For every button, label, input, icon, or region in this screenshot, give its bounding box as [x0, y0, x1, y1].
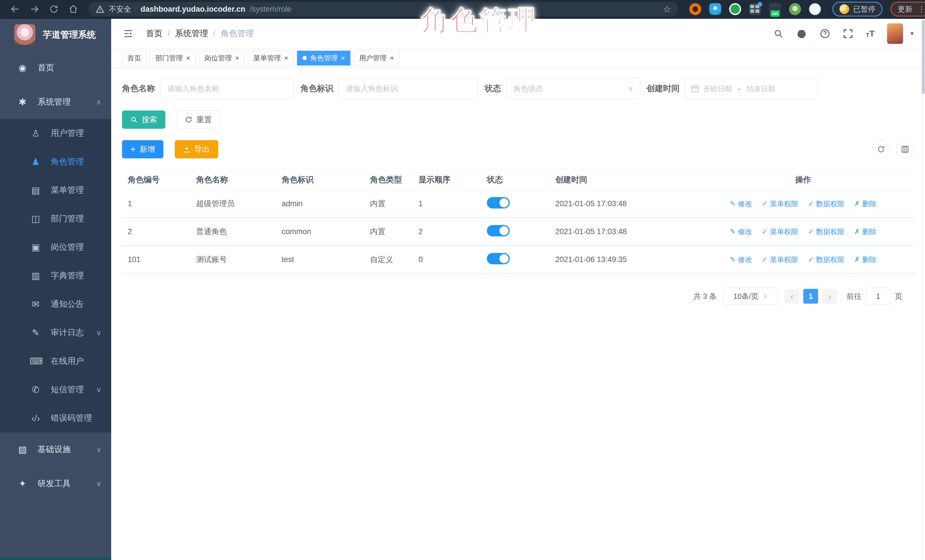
sidebar-item-14[interactable]: ✦ 研发工具: [0, 467, 111, 501]
tag-0[interactable]: 首页 ×: [122, 51, 146, 66]
goto-page-input[interactable]: [866, 288, 890, 305]
close-icon[interactable]: ×: [284, 55, 288, 62]
tag-2[interactable]: 岗位管理 ×: [199, 51, 244, 66]
caret-down-icon[interactable]: ▾: [910, 30, 914, 37]
reset-button[interactable]: 重置: [177, 111, 220, 129]
browser-forward-icon[interactable]: [26, 2, 43, 16]
profile-paused-chip[interactable]: 已暂停: [832, 2, 883, 17]
sidebar-item-11[interactable]: ✆ 短信管理: [0, 375, 111, 404]
current-page-button[interactable]: 1: [803, 289, 818, 304]
edit-link[interactable]: ✎ 修改: [730, 255, 752, 264]
refresh-table-button[interactable]: [872, 140, 890, 158]
page-size-select[interactable]: 10条/页 ∨: [723, 288, 777, 305]
sidebar-item-9[interactable]: ✎ 审计日志: [0, 318, 111, 347]
status-toggle[interactable]: [487, 225, 510, 236]
goto-page: 前往 页: [847, 288, 902, 305]
browser-update-button[interactable]: 更新 ⋮: [890, 2, 925, 17]
address-bar[interactable]: 不安全 dashboard.yudao.iocoder.cn /system/r…: [88, 2, 678, 16]
breadcrumb-system[interactable]: 系统管理: [175, 28, 208, 39]
browser-home-icon[interactable]: [65, 2, 81, 16]
app-logo[interactable]: 芋道管理系统: [0, 19, 111, 51]
browser-menu-dots-icon[interactable]: ⋮: [917, 5, 925, 14]
edit-icon: ✎: [730, 228, 735, 236]
extensions-puzzle-icon[interactable]: [809, 3, 821, 15]
cell-actions: ✎ 修改 ✓ 菜单权限 ✓ 数据权限: [692, 255, 914, 264]
announcement-icon: ✉: [30, 299, 42, 309]
col-role-name: 角色名称: [190, 174, 276, 185]
extension-icon-monkey[interactable]: [789, 3, 801, 15]
delete-link[interactable]: ✗ 删除: [854, 227, 877, 236]
sidebar-item-4[interactable]: ▤ 菜单管理: [0, 176, 111, 204]
extension-icon-orange-target[interactable]: [689, 3, 701, 15]
gear-icon: ✱: [17, 96, 29, 107]
menu-permission-link[interactable]: ✓ 菜单权限: [762, 255, 798, 264]
table-row-0: 1 超级管理员 admin 内置 1 2021-01-05 17:03:48 ✎: [122, 190, 914, 218]
edit-link[interactable]: ✎ 修改: [730, 199, 752, 209]
sidebar-item-13[interactable]: ▧ 基础设施: [0, 432, 111, 467]
cell-role-name: 测试账号: [190, 254, 276, 264]
tag-1[interactable]: 部门管理 ×: [150, 51, 196, 66]
github-icon[interactable]: [796, 28, 807, 39]
divider: [136, 5, 136, 13]
sidebar-item-0[interactable]: ◉ 首页: [0, 51, 111, 85]
extension-icon-grid-badge[interactable]: [749, 3, 761, 15]
cell-created: 2021-01-06 13:49:35: [550, 255, 692, 264]
sidebar-item-2[interactable]: ♙ 用户管理: [0, 119, 111, 147]
sidebar-item-3[interactable]: ♟ 角色管理: [0, 147, 111, 176]
role-key-input[interactable]: [339, 78, 478, 99]
close-icon[interactable]: ×: [341, 55, 345, 62]
help-icon[interactable]: [820, 28, 830, 39]
tag-4[interactable]: 角色管理 ×: [297, 51, 350, 66]
edit-link[interactable]: ✎ 修改: [730, 227, 752, 236]
data-permission-link[interactable]: ✓ 数据权限: [808, 227, 845, 236]
bookmark-star-icon[interactable]: ☆: [663, 4, 671, 15]
sidebar-item-12[interactable]: ‹/› 错误码管理: [0, 404, 111, 432]
font-size-icon[interactable]: TT: [866, 29, 875, 39]
column-settings-button[interactable]: [896, 140, 914, 158]
sidebar-item-7[interactable]: ▥ 字典管理: [0, 261, 111, 290]
breadcrumb-current: 角色管理: [221, 28, 254, 39]
close-icon[interactable]: ×: [186, 55, 190, 62]
sidebar-item-label: 审计日志: [51, 327, 84, 338]
sidebar-item-6[interactable]: ▣ 岗位管理: [0, 233, 111, 261]
user-avatar[interactable]: [887, 23, 903, 44]
menu-permission-link[interactable]: ✓ 菜单权限: [762, 227, 798, 236]
browser-reload-icon[interactable]: [45, 2, 62, 16]
extension-icon-green-shield[interactable]: [729, 3, 741, 15]
chevron-down-icon: ∨: [628, 85, 633, 93]
extension-icon-proxy[interactable]: on: [769, 3, 781, 15]
role-name-input[interactable]: [160, 78, 294, 99]
tag-5[interactable]: 用户管理 ×: [354, 51, 399, 66]
date-range-picker[interactable]: 开始日期 - 结束日期: [685, 78, 817, 99]
scrollbar-thumb[interactable]: [922, 20, 925, 94]
data-permission-link[interactable]: ✓ 数据权限: [808, 199, 845, 209]
data-permission-link[interactable]: ✓ 数据权限: [808, 255, 845, 264]
status-toggle[interactable]: [487, 253, 510, 264]
close-icon[interactable]: ×: [390, 55, 394, 62]
hamburger-icon[interactable]: [123, 29, 134, 39]
add-button[interactable]: + 新增: [122, 140, 163, 158]
status-toggle[interactable]: [487, 197, 510, 209]
status-select[interactable]: 角色状态 ∨: [506, 78, 640, 99]
page-unit-label: 页: [895, 291, 902, 301]
fullscreen-icon[interactable]: [843, 29, 853, 39]
cell-sort: 2: [413, 227, 481, 236]
scrollbar[interactable]: [921, 19, 925, 560]
delete-link[interactable]: ✗ 删除: [854, 255, 877, 264]
close-icon[interactable]: ×: [235, 55, 239, 62]
search-button[interactable]: 搜索: [122, 111, 165, 129]
breadcrumb-home[interactable]: 首页: [146, 28, 163, 39]
search-icon[interactable]: [773, 29, 783, 39]
menu-permission-link[interactable]: ✓ 菜单权限: [762, 199, 798, 209]
extension-icon-blue-gem[interactable]: [709, 3, 721, 15]
browser-back-icon[interactable]: [7, 2, 23, 16]
sidebar-item-1[interactable]: ✱ 系统管理: [0, 85, 111, 119]
sidebar-item-10[interactable]: ⌨ 在线用户: [0, 347, 111, 375]
next-page-button[interactable]: ›: [822, 289, 837, 304]
delete-link[interactable]: ✗ 删除: [854, 199, 877, 209]
export-button[interactable]: 导出: [175, 140, 218, 158]
prev-page-button[interactable]: ‹: [785, 289, 799, 304]
sidebar-item-5[interactable]: ◫ 部门管理: [0, 204, 111, 233]
sidebar-item-8[interactable]: ✉ 通知公告: [0, 290, 111, 318]
tag-3[interactable]: 菜单管理 ×: [248, 51, 294, 66]
